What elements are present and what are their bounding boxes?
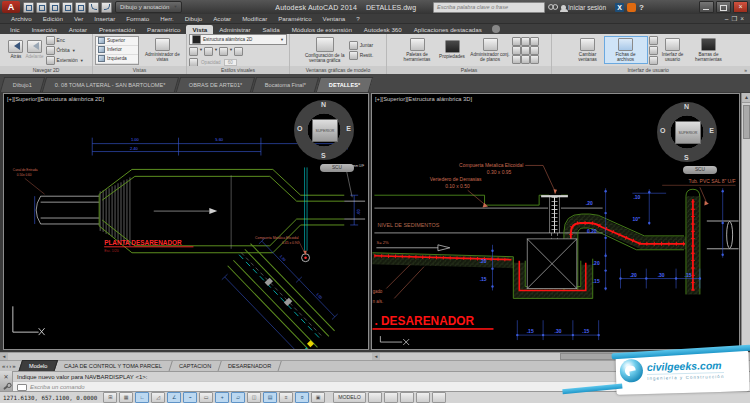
menu-parametrico[interactable]: Paramétrico — [273, 15, 316, 22]
panel-label[interactable]: Ventanas gráficas de modelo — [290, 66, 386, 74]
palette-icon[interactable] — [512, 55, 521, 64]
menu-herr[interactable]: Herr. — [155, 15, 178, 22]
view-izquierda[interactable]: Izquierda — [96, 55, 138, 64]
ribbon-tab-insercion[interactable]: Inserción — [26, 25, 63, 34]
join-viewports-button[interactable]: Juntar — [349, 41, 374, 50]
tool-palettes-button[interactable]: Paletas de herramientas — [400, 38, 434, 62]
ducs-toggle[interactable]: ▱ — [231, 392, 245, 403]
open-icon[interactable] — [36, 2, 47, 13]
viewport-label[interactable]: [+][Superior][Estructura alámbrica 3D] — [375, 96, 472, 102]
palette-icon[interactable] — [512, 37, 521, 46]
layout-icon[interactable] — [649, 56, 658, 65]
palette-icon[interactable] — [521, 37, 530, 46]
minimize-button[interactable] — [699, 1, 714, 13]
vs-icon-1[interactable] — [189, 47, 198, 56]
orbit-button[interactable]: Órbita▼ — [46, 46, 84, 55]
ortho-toggle[interactable]: ◿ — [151, 392, 165, 403]
palette-icon[interactable] — [530, 55, 539, 64]
view-manager-button[interactable]: Administrador de vistas — [141, 38, 184, 62]
sc-toggle[interactable]: ▣ — [311, 392, 325, 403]
palette-icon[interactable] — [521, 46, 530, 55]
command-window-handle[interactable]: ✕ — [0, 371, 13, 391]
viewport-left-2d[interactable]: [+][Superior][Estructura alámbrica 2D] 1… — [3, 93, 369, 350]
help-icon[interactable]: ? — [639, 3, 644, 12]
visual-style-dropdown[interactable]: Estructura alámbrica 2D▼ — [189, 34, 287, 45]
more-icon[interactable]: » — [744, 66, 747, 74]
doc-minimize-icon[interactable]: – — [725, 15, 729, 23]
redo-icon[interactable] — [101, 2, 112, 13]
workspace-dropdown[interactable]: Dibujo y anotación ▼ — [115, 1, 182, 13]
vs-icon-2[interactable] — [204, 47, 213, 56]
model-space-button[interactable]: MODELO — [333, 392, 365, 403]
3dosnap-toggle[interactable]: ▭ — [199, 392, 213, 403]
viewcube-face[interactable]: SUPERIOR — [312, 119, 338, 142]
qp-toggle[interactable]: ¤ — [295, 392, 309, 403]
dyn-toggle[interactable]: ◫ — [247, 392, 261, 403]
menu-insertar[interactable]: Insertar — [89, 15, 120, 22]
restore-button[interactable] — [716, 1, 731, 13]
file-tab-bocatoma[interactable]: Bocatoma Final* — [252, 77, 319, 92]
close-button[interactable]: × — [733, 1, 748, 13]
menu-archivo[interactable]: Archivo — [6, 15, 37, 22]
forward-button[interactable]: Adelante — [25, 40, 43, 59]
menu-dibujo[interactable]: Dibujo — [180, 15, 208, 22]
ui-button[interactable]: Interfaz de usuario — [660, 38, 686, 62]
ribbon-tab-modulos[interactable]: Módulos de extensión — [286, 25, 358, 34]
file-tabs-button[interactable]: Fichas de archivos — [605, 37, 647, 63]
viewport-config-button[interactable]: Configuración de la ventana gráfica — [303, 37, 347, 63]
otrack-toggle[interactable]: + — [215, 392, 229, 403]
back-button[interactable]: Atrás — [8, 40, 23, 59]
grid-toggle[interactable]: ∟ — [135, 392, 149, 403]
viewport-right-3d[interactable]: [+][Superior][Estructura alámbrica 3D] — [371, 93, 740, 350]
exchange-apps-icon[interactable]: X — [615, 3, 624, 12]
pan-button[interactable]: Enc — [46, 36, 84, 45]
scroll-up-icon[interactable]: ▲ — [742, 93, 750, 103]
doc-restore-icon[interactable]: ❐ — [731, 15, 737, 23]
ribbon-tab-aplicaciones[interactable]: Aplicaciones destacadas — [408, 25, 488, 34]
view-inferior[interactable]: Inferior — [96, 46, 138, 55]
vs-icon-4[interactable] — [234, 47, 243, 56]
search-input[interactable]: Escriba palabra clave o frase — [433, 2, 545, 13]
featured-apps-icon[interactable] — [492, 25, 500, 33]
annotation-scale-icon[interactable] — [400, 392, 414, 403]
doc-close-icon[interactable]: × — [740, 15, 744, 23]
restore-viewports-button[interactable]: Restit. — [349, 51, 374, 60]
palette-icon[interactable] — [521, 55, 530, 64]
layout-tab-caja-control[interactable]: CAJA DE CONTROL Y TOMA PARCEL — [54, 361, 172, 372]
panel-label[interactable]: Paletas — [387, 66, 551, 74]
properties-button[interactable]: Propiedades — [436, 40, 468, 59]
opacity-value[interactable]: 60 — [224, 59, 237, 66]
layout-tab-desarenador[interactable]: DESARENADOR — [218, 361, 282, 372]
file-tab-obras-arte[interactable]: OBRAS DE ARTE01* — [175, 77, 255, 92]
quickview-layouts-icon[interactable] — [368, 392, 382, 403]
communication-center-icon[interactable] — [627, 3, 636, 12]
osnap-toggle[interactable]: ⌁ — [183, 392, 197, 403]
tpy-toggle[interactable]: ≡ — [279, 392, 293, 403]
ribbon-tab-inicio[interactable]: Inic — [4, 25, 26, 34]
layout-icon[interactable] — [649, 36, 658, 45]
vs-icon-3[interactable] — [219, 47, 228, 56]
view-list[interactable]: Superior Inferior Izquierda — [95, 36, 139, 65]
layout-nav-arrows[interactable]: «‹›» — [2, 363, 17, 369]
scroll-left-icon[interactable]: ◄ — [0, 353, 8, 360]
ribbon-tab-presentacion[interactable]: Presentación — [93, 25, 141, 34]
cleanscreen-icon[interactable] — [432, 392, 446, 403]
ribbon-tab-anotar[interactable]: Anotar — [63, 25, 93, 34]
switch-windows-button[interactable]: Cambiar ventanas — [573, 38, 603, 62]
layout-tab-captacion[interactable]: CAPTACION — [169, 361, 222, 372]
sign-in-button[interactable]: Iniciar sesión ▼ — [561, 4, 612, 11]
viewcube[interactable]: N S O E SUPERIOR — [657, 102, 717, 162]
infer-toggle[interactable]: ⊞ — [103, 392, 117, 403]
panel-label[interactable]: Interfaz de usuario » — [552, 66, 750, 74]
snap-toggle[interactable]: ▦ — [119, 392, 133, 403]
ribbon-tab-parametrico[interactable]: Paramétrico — [141, 25, 186, 34]
viewport-label[interactable]: [+][Superior][Estructura alámbrica 2D] — [7, 96, 104, 102]
view-superior[interactable]: Superior — [96, 37, 138, 46]
menu-ventana[interactable]: Ventana — [318, 15, 351, 22]
new-icon[interactable] — [23, 2, 34, 13]
lock-icon[interactable] — [416, 392, 430, 403]
plot-icon[interactable] — [75, 2, 86, 13]
file-tab-dibujo1[interactable]: Dibujo1 — [0, 77, 45, 92]
menu-acotar[interactable]: Acotar — [208, 15, 236, 22]
save-icon[interactable] — [49, 2, 60, 13]
